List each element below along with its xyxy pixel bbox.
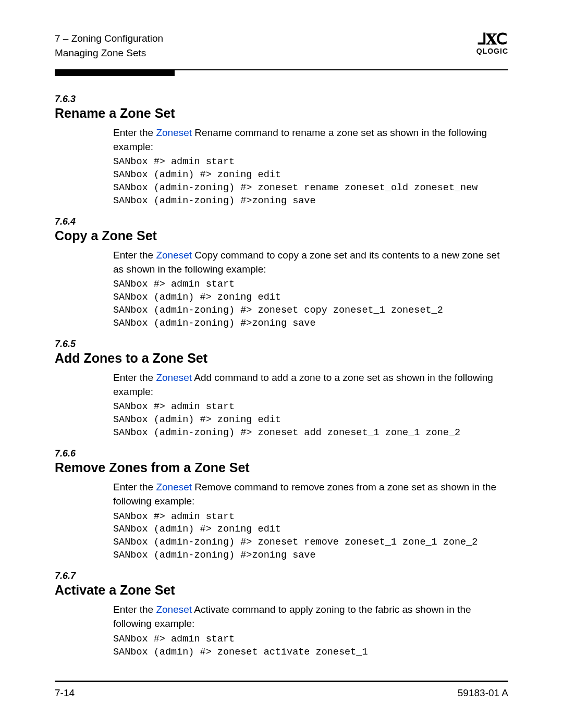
section-title: Rename a Zone Set — [55, 106, 508, 121]
code-block: SANbox #> admin start SANbox (admin) #> … — [113, 633, 508, 659]
brand-text: QLOGIC — [476, 47, 508, 55]
footer-doc-id: 59183-01 A — [458, 687, 508, 699]
page-footer: 7-14 59183-01 A — [55, 681, 508, 699]
intro-pre: Enter the — [113, 250, 156, 261]
zoneset-link[interactable]: Zoneset — [156, 604, 192, 615]
section-title: Copy a Zone Set — [55, 228, 508, 243]
page-content: 7.6.3 Rename a Zone Set Enter the Zonese… — [55, 76, 508, 659]
section-body: Enter the Zoneset Remove command to remo… — [55, 480, 508, 562]
section-number: 7.6.3 — [55, 94, 508, 105]
page-header: 7 – Zoning Configuration Managing Zone S… — [55, 31, 508, 65]
intro-pre: Enter the — [113, 372, 156, 383]
section-intro: Enter the Zoneset Add command to add a z… — [113, 371, 508, 399]
footer-page-number: 7-14 — [55, 687, 75, 699]
zoneset-link[interactable]: Zoneset — [156, 250, 192, 261]
section-body: Enter the Zoneset Copy command to copy a… — [55, 249, 508, 330]
zoneset-link[interactable]: Zoneset — [156, 127, 192, 138]
section-title: Remove Zones from a Zone Set — [55, 460, 508, 475]
section-title: Activate a Zone Set — [55, 583, 508, 598]
code-block: SANbox #> admin start SANbox (admin) #> … — [113, 278, 508, 330]
section-number: 7.6.7 — [55, 571, 508, 582]
section-number: 7.6.4 — [55, 216, 508, 227]
code-block: SANbox #> admin start SANbox (admin) #> … — [113, 401, 508, 440]
section-7-6-4: 7.6.4 Copy a Zone Set Enter the Zoneset … — [55, 216, 508, 330]
section-body: Enter the Zoneset Rename command to rena… — [55, 126, 508, 208]
section-7-6-6: 7.6.6 Remove Zones from a Zone Set Enter… — [55, 448, 508, 562]
section-number: 7.6.5 — [55, 339, 508, 350]
rule-thick — [55, 70, 175, 76]
zoneset-link[interactable]: Zoneset — [156, 482, 192, 492]
section-body: Enter the Zoneset Add command to add a z… — [55, 371, 508, 440]
intro-pre: Enter the — [113, 482, 156, 492]
section-7-6-5: 7.6.5 Add Zones to a Zone Set Enter the … — [55, 339, 508, 440]
header-chapter: 7 – Zoning Configuration — [55, 31, 163, 46]
section-body: Enter the Zoneset Activate command to ap… — [55, 603, 508, 659]
code-block: SANbox #> admin start SANbox (admin) #> … — [113, 511, 508, 563]
section-intro: Enter the Zoneset Remove command to remo… — [113, 480, 508, 508]
intro-pre: Enter the — [113, 127, 156, 138]
intro-pre: Enter the — [113, 604, 156, 615]
code-block: SANbox #> admin start SANbox (admin) #> … — [113, 156, 508, 208]
section-number: 7.6.6 — [55, 448, 508, 459]
header-section: Managing Zone Sets — [55, 46, 163, 60]
section-7-6-7: 7.6.7 Activate a Zone Set Enter the Zone… — [55, 571, 508, 659]
section-intro: Enter the Zoneset Copy command to copy a… — [113, 249, 508, 276]
section-intro: Enter the Zoneset Activate command to ap… — [113, 603, 508, 631]
brand-mark-icon: ⅃𝐗Ⅽ — [476, 31, 508, 47]
section-7-6-3: 7.6.3 Rename a Zone Set Enter the Zonese… — [55, 94, 508, 208]
section-title: Add Zones to a Zone Set — [55, 351, 508, 366]
header-rule — [55, 69, 508, 76]
zoneset-link[interactable]: Zoneset — [156, 372, 192, 383]
header-left: 7 – Zoning Configuration Managing Zone S… — [55, 31, 163, 60]
brand-logo: ⅃𝐗Ⅽ QLOGIC — [476, 31, 508, 55]
section-intro: Enter the Zoneset Rename command to rena… — [113, 126, 508, 154]
